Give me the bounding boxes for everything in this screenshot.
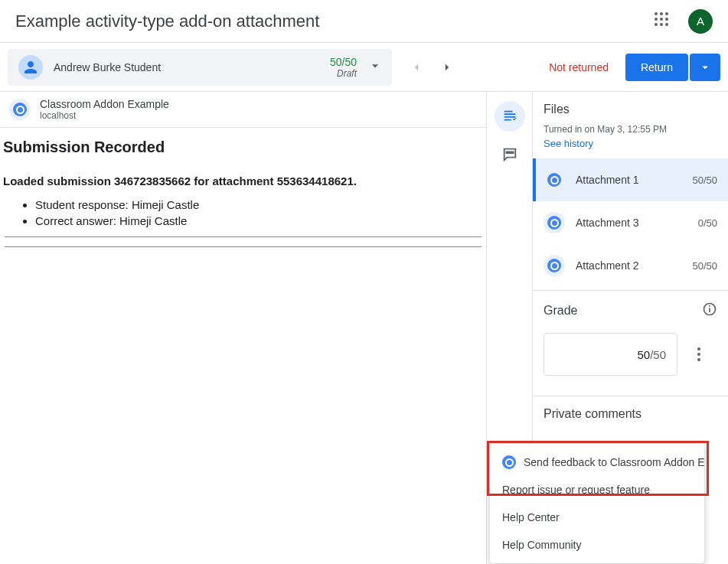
attachment-score: 50/50 (692, 174, 717, 186)
grade-input[interactable]: 50/50 (544, 333, 677, 376)
menu-report-issue[interactable]: Report issue or request feature (490, 476, 704, 504)
submission-bullet: Correct answer: Himeji Castle (35, 214, 483, 227)
svg-rect-1 (709, 308, 710, 312)
grade-section: Grade 50/50 (533, 291, 728, 380)
grade-value: 50 (637, 348, 650, 361)
menu-send-feedback[interactable]: Send feedback to Classroom Addon Example (490, 448, 704, 476)
menu-help-center[interactable]: Help Center (490, 504, 704, 531)
next-student-button[interactable] (432, 52, 462, 83)
info-icon[interactable] (702, 302, 717, 319)
attachment-icon (544, 255, 565, 276)
return-dropdown-button[interactable] (690, 54, 720, 81)
files-title: Files (544, 103, 717, 116)
divider (5, 236, 482, 237)
menu-label: Help Center (502, 511, 560, 523)
attachment-row[interactable]: Attachment 2 50/50 (533, 244, 728, 287)
attachment-score: 0/50 (698, 217, 717, 229)
svg-rect-2 (709, 305, 710, 307)
account-avatar[interactable]: A (688, 9, 713, 34)
grade-max: /50 (650, 348, 666, 361)
addon-host: localhost (40, 110, 169, 121)
attachment-row[interactable]: Attachment 3 0/50 (533, 201, 728, 244)
submission-loaded-text: Loaded submission 346723835662 for attac… (3, 174, 483, 187)
prev-student-button[interactable] (401, 52, 432, 83)
student-avatar-icon (18, 55, 43, 80)
chevron-down-icon (367, 58, 383, 76)
divider (5, 246, 482, 247)
attachment-name: Attachment 3 (576, 217, 698, 229)
return-button[interactable]: Return (625, 54, 688, 81)
attachment-icon (544, 169, 565, 191)
menu-label: Help Community (502, 539, 581, 551)
attachment-name: Attachment 2 (576, 259, 692, 272)
private-comments-title: Private comments (544, 407, 717, 421)
attachment-row[interactable]: Attachment 1 50/50 (533, 158, 728, 201)
student-score: 50/50 (330, 56, 357, 68)
submission-heading: Submission Recorded (3, 139, 483, 156)
tab-files[interactable] (495, 101, 525, 132)
attachment-name: Attachment 1 (576, 174, 692, 186)
student-draft-label: Draft (330, 68, 357, 79)
tab-comments[interactable] (495, 139, 525, 170)
addon-logo-icon (9, 99, 31, 120)
student-selector[interactable]: Andrew Burke Student 50/50 Draft (8, 49, 392, 86)
addon-title: Classroom Addon Example (40, 98, 169, 110)
addon-info-bar: Classroom Addon Example localhost (0, 92, 486, 128)
apps-icon[interactable] (655, 12, 673, 31)
app-header: Example activity-type add-on attachment … (0, 0, 728, 43)
menu-label: Report issue or request feature (502, 484, 650, 496)
addon-iframe-content: Submission Recorded Loaded submission 34… (0, 128, 486, 564)
turned-in-meta: Turned in on May 3, 12:55 PM (544, 124, 717, 135)
attachment-score: 50/50 (692, 260, 717, 272)
return-status: Not returned (549, 61, 609, 73)
submission-bullet: Student response: Himeji Castle (35, 198, 483, 211)
page-title: Example activity-type add-on attachment (15, 11, 319, 31)
menu-label: Send feedback to Classroom Addon Example (524, 456, 704, 468)
help-dropdown-menu: Send feedback to Classroom Addon Example… (490, 444, 704, 563)
grade-more-icon[interactable] (690, 347, 708, 361)
left-panel: Classroom Addon Example localhost Submis… (0, 92, 487, 564)
student-name: Andrew Burke Student (54, 61, 161, 73)
see-history-link[interactable]: See history (544, 138, 717, 149)
attachment-icon (544, 212, 565, 233)
toolbar: Andrew Burke Student 50/50 Draft Not ret… (0, 43, 728, 92)
private-comments-section: Private comments (533, 396, 728, 436)
menu-help-community[interactable]: Help Community (490, 531, 704, 559)
addon-logo-icon (502, 455, 516, 469)
attachment-list: Attachment 1 50/50 Attachment 3 0/50 Att… (533, 158, 728, 287)
grade-title: Grade (544, 304, 577, 318)
